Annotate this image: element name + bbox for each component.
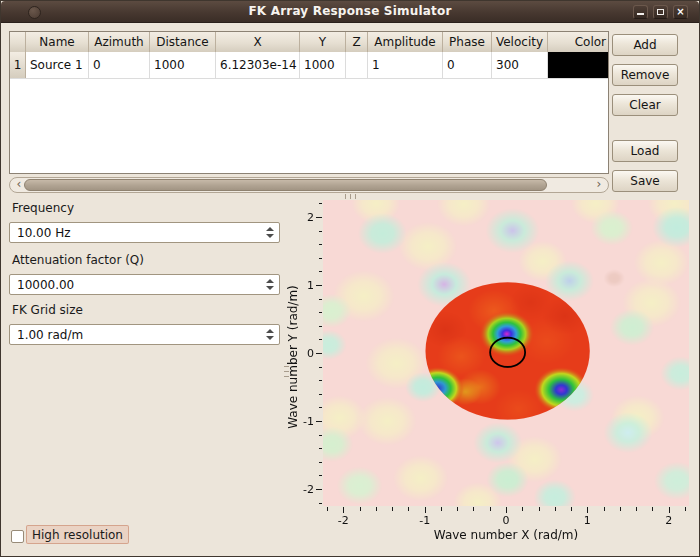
y-tick	[316, 353, 322, 354]
col-header-azimuth[interactable]: Azimuth	[89, 32, 150, 52]
col-header-color[interactable]: Color	[548, 32, 608, 52]
close-button[interactable]: ×	[673, 5, 688, 19]
y-tick	[319, 448, 323, 449]
remove-button[interactable]: Remove	[612, 64, 678, 86]
x-tick	[571, 507, 572, 511]
y-tick	[319, 258, 323, 259]
scrollbar-thumb[interactable]	[24, 179, 547, 191]
corner-header	[10, 32, 26, 52]
x-tick	[669, 507, 670, 513]
col-header-name[interactable]: Name	[26, 32, 89, 52]
spin-down-icon[interactable]	[266, 336, 274, 340]
x-tick-label: 2	[665, 514, 672, 527]
scroll-right-icon[interactable]: ›	[592, 178, 606, 192]
frequency-spin-arrows[interactable]	[261, 223, 279, 242]
y-tick	[319, 312, 323, 313]
table-header-row: Name Azimuth Distance X Y Z Amplitude Ph…	[10, 32, 608, 52]
spin-up-icon[interactable]	[266, 227, 274, 231]
x-tick	[392, 507, 393, 511]
cell-phase[interactable]: 0	[443, 52, 492, 78]
cell-velocity[interactable]: 300	[492, 52, 548, 78]
y-tick-label: 1	[307, 279, 314, 292]
x-tick-label: 0	[503, 514, 510, 527]
cell-name[interactable]: Source 1	[26, 52, 89, 78]
x-tick	[343, 507, 344, 513]
y-tick	[319, 503, 323, 504]
attenuation-value[interactable]: 10000.00	[17, 278, 74, 292]
x-tick-label: -2	[338, 514, 349, 527]
y-tick	[319, 326, 323, 327]
col-header-x[interactable]: X	[216, 32, 300, 52]
color-swatch	[548, 52, 608, 78]
spin-up-icon[interactable]	[266, 329, 274, 333]
row-number[interactable]: 1	[10, 52, 26, 78]
cell-azimuth[interactable]: 0	[89, 52, 150, 78]
y-tick-label: 2	[307, 211, 314, 224]
x-tick	[555, 507, 556, 511]
splitter-horizontal[interactable]	[345, 194, 359, 199]
x-tick	[636, 507, 637, 511]
y-tick	[319, 380, 323, 381]
clear-button[interactable]: Clear	[612, 94, 678, 116]
spin-up-icon[interactable]	[266, 279, 274, 283]
y-tick	[319, 462, 323, 463]
high-resolution-label-box[interactable]: High resolution	[26, 525, 129, 544]
x-tick-label: -1	[419, 514, 430, 527]
high-resolution-checkbox[interactable]	[11, 530, 24, 543]
attenuation-spinbox[interactable]: 10000.00	[9, 274, 280, 295]
table-hscrollbar[interactable]: ‹ ›	[9, 177, 609, 193]
titlebar[interactable]: FK Array Response Simulator ×	[1, 1, 699, 23]
x-tick	[604, 507, 605, 511]
x-tick	[620, 507, 621, 511]
load-button[interactable]: Load	[612, 140, 678, 162]
y-tick	[319, 407, 323, 408]
x-tick	[522, 507, 523, 511]
high-resolution-label: High resolution	[32, 528, 123, 542]
cell-distance[interactable]: 1000	[150, 52, 216, 78]
y-tick	[319, 475, 323, 476]
spin-down-icon[interactable]	[266, 234, 274, 238]
y-tick	[319, 435, 323, 436]
fk-grid-label: FK Grid size	[12, 303, 83, 317]
y-tick	[316, 285, 322, 286]
x-tick	[506, 507, 507, 513]
cell-color[interactable]	[548, 52, 608, 78]
cell-x[interactable]: 6.12303e-14	[216, 52, 300, 78]
y-tick-label: 0	[307, 347, 314, 360]
cell-amplitude[interactable]: 1	[368, 52, 443, 78]
fk-grid-value[interactable]: 1.00 rad/m	[17, 328, 83, 342]
y-tick	[319, 203, 323, 204]
y-tick	[319, 244, 323, 245]
frequency-value[interactable]: 10.00 Hz	[17, 226, 71, 240]
col-header-velocity[interactable]: Velocity	[492, 32, 548, 52]
save-button[interactable]: Save	[612, 170, 678, 192]
x-tick	[360, 507, 361, 511]
y-tick	[316, 421, 322, 422]
col-header-z[interactable]: Z	[346, 32, 368, 52]
x-tick	[457, 507, 458, 511]
x-axis-label: Wave number X (rad/m)	[434, 528, 578, 542]
col-header-y[interactable]: Y	[300, 32, 346, 52]
add-button[interactable]: Add	[612, 34, 678, 56]
attenuation-spin-arrows[interactable]	[261, 275, 279, 294]
x-tick	[327, 507, 328, 511]
y-tick-label: -2	[303, 483, 314, 496]
col-header-phase[interactable]: Phase	[443, 32, 492, 52]
maximize-icon	[657, 9, 664, 15]
spin-down-icon[interactable]	[266, 286, 274, 290]
col-header-distance[interactable]: Distance	[150, 32, 216, 52]
y-tick-label: -1	[303, 415, 314, 428]
y-tick	[316, 489, 322, 490]
cell-y[interactable]: 1000	[300, 52, 346, 78]
x-tick	[490, 507, 491, 511]
col-header-amplitude[interactable]: Amplitude	[368, 32, 443, 52]
app-window: FK Array Response Simulator × Name Azimu…	[0, 0, 700, 557]
minimize-button[interactable]	[633, 5, 648, 19]
x-tick-label: 1	[584, 514, 591, 527]
x-tick	[425, 507, 426, 513]
maximize-button[interactable]	[653, 5, 668, 19]
frequency-spinbox[interactable]: 10.00 Hz	[9, 222, 280, 243]
fk-grid-spin-arrows[interactable]	[261, 325, 279, 344]
fk-grid-spinbox[interactable]: 1.00 rad/m	[9, 324, 280, 345]
cell-z[interactable]	[346, 52, 368, 78]
